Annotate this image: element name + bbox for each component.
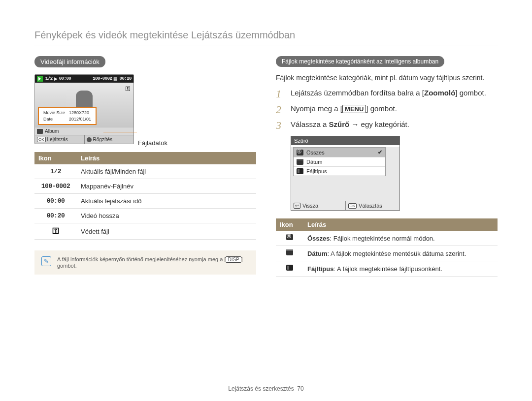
filter-item-filetype[interactable]: Fájltípus <box>294 167 385 176</box>
steps-list: Lejátszás üzemmódban fordítsa balra a [Z… <box>276 89 498 131</box>
icon-description-table-left: Ikon Leírás 1/2 Aktuális fájl/Minden fáj… <box>34 152 256 240</box>
player-top-bar: 1/2 ▶ 00:00 100-0002 ▦ 00:20 <box>35 75 133 83</box>
step-2: Nyomja meg a [MENU] gombot. <box>276 104 498 115</box>
check-icon: ✔ <box>378 149 382 155</box>
icon-description-table-right: Ikon Leírás Összes: Fájlok megtekintése … <box>276 218 498 277</box>
row-desc: Videó hossza <box>77 209 256 223</box>
callout-line <box>103 132 137 132</box>
table-row: 00:00 Aktuális lejátszási idő <box>34 194 256 209</box>
video-player-mockup: 1/2 ▶ 00:00 100-0002 ▦ 00:20 ⚿ <box>34 74 134 144</box>
info-key-date: Date <box>42 117 66 122</box>
play-label: Lejátszás <box>47 137 68 142</box>
table-row: ⚿ Védett fájl <box>34 223 256 240</box>
page-title: Fényképek és videók megtekintése Lejátsz… <box>34 30 498 45</box>
th-desc: Leírás <box>77 152 256 164</box>
step-text: ] gombot. <box>366 104 397 113</box>
row-icon: 00:20 <box>34 209 77 223</box>
film-icon: ▦ <box>113 76 118 81</box>
filter-item-date[interactable]: Dátum <box>294 157 385 167</box>
table-row: Dátum: A fájlok megtekintése mentésük dá… <box>276 246 498 261</box>
section-chip-video-info: Videofájl információk <box>34 56 105 67</box>
step-bold: Zoomoló <box>424 89 455 97</box>
filter-item-label: Fájltípus <box>306 168 327 174</box>
filter-panel-title: Szűrő <box>291 136 399 145</box>
callout-label: Fájladatok <box>138 139 167 147</box>
row-bold: Dátum <box>307 250 327 257</box>
menu-button-label: MENU <box>342 105 366 113</box>
table-row: Összes: Fájlok megtekintése normál módon… <box>276 231 498 246</box>
player-control-bar: OK Lejátszás Rögzítés <box>35 135 133 144</box>
calendar-icon <box>297 159 303 165</box>
info-note-text: A fájl információk képernyőn történő meg… <box>57 256 249 269</box>
row-icon: 00:00 <box>34 194 77 209</box>
table-row: Fájltípus: A fájlok megtekintése fájltíp… <box>276 261 498 277</box>
note-pre: A fájl információk képernyőn történő meg… <box>57 256 226 262</box>
back-icon: ↩ <box>294 203 300 209</box>
row-text: : A fájlok megtekintése mentésük dátuma … <box>327 250 466 257</box>
file-info-box: Movie Size 1280X720 Date 2012/01/01 <box>38 107 97 125</box>
step-text: Lejátszás üzemmódban fordítsa balra a [ <box>291 89 424 97</box>
row-desc: Összes: Fájlok megtekintése normál módon… <box>303 231 498 246</box>
row-desc: Mappanév-Fájlnév <box>77 179 256 194</box>
step-bold: Szűrő <box>329 120 350 128</box>
filter-list: Összes ✔ Dátum Fájltípus <box>293 147 386 176</box>
step-text: ] gombot. <box>455 89 486 97</box>
step-3: Válassza a Szűrő → egy kategóriát. <box>276 120 498 131</box>
intro-text: Fájlok megtekintése kategóriák, mint pl.… <box>276 74 498 82</box>
flower-icon <box>87 137 92 142</box>
filetype-icon <box>286 265 293 271</box>
info-note: ✎ A fájl információk képernyőn történő m… <box>34 250 256 275</box>
disp-button-label: DISP <box>226 256 241 263</box>
section-chip-smart-album: Fájlok megtekintése kategóriánként az In… <box>276 56 444 67</box>
filetype-icon <box>297 168 303 174</box>
filter-item-label: Dátum <box>306 159 322 165</box>
step-text: Válassza a <box>291 120 329 128</box>
filter-item-all[interactable]: Összes ✔ <box>294 148 385 157</box>
step-text: Nyomja meg a [ <box>291 104 342 113</box>
row-desc: Fájltípus: A fájlok megtekintése fájltíp… <box>303 261 498 277</box>
th-desc: Leírás <box>303 218 498 231</box>
info-note-icon: ✎ <box>41 256 51 266</box>
all-icon <box>286 234 293 240</box>
file-number: 100-0002 <box>93 76 112 81</box>
select-label: Választás <box>359 203 382 209</box>
clock-icon: ▶ <box>54 76 58 81</box>
row-icon <box>276 231 303 246</box>
player-body: ⚿ Movie Size 1280X720 Date 2012/01/0 <box>35 83 133 127</box>
capture-label: Rögzítés <box>93 137 112 142</box>
info-val-date: 2012/01/01 <box>67 117 93 122</box>
footer-page: 70 <box>297 385 303 392</box>
row-desc: Aktuális lejátszási idő <box>77 194 256 209</box>
row-desc: Aktuális fájl/Minden fájl <box>77 164 256 179</box>
filter-panel-footer: ↩ Vissza OK Választás <box>291 201 399 210</box>
row-icon <box>276 261 303 277</box>
filter-item-label: Összes <box>306 150 325 155</box>
row-bold: Összes <box>307 235 330 242</box>
lock-icon: ⚿ <box>125 86 131 92</box>
play-icon <box>37 76 43 82</box>
table-row: 1/2 Aktuális fájl/Minden fájl <box>34 164 256 179</box>
album-icon <box>37 129 43 134</box>
elapsed: 00:00 <box>59 76 71 81</box>
filter-panel-mockup: Szűrő Összes ✔ Dátum <box>291 136 400 211</box>
info-key-size: Movie Size <box>42 110 66 116</box>
th-icon: Ikon <box>276 218 303 231</box>
ok-key-icon: OK <box>37 137 46 142</box>
info-val-size: 1280X720 <box>67 110 93 116</box>
row-desc: Dátum: A fájlok megtekintése mentésük dá… <box>303 246 498 261</box>
ok-key-icon: OK <box>348 203 357 209</box>
total-time: 00:20 <box>119 76 132 81</box>
row-desc: Védett fájl <box>77 223 256 240</box>
row-bold: Fájltípus <box>307 265 333 273</box>
right-column: Fájlok megtekintése kategóriánként az In… <box>276 56 498 277</box>
row-icon: 100-0002 <box>34 179 77 194</box>
calendar-icon <box>286 249 293 255</box>
table-row: 100-0002 Mappanév-Fájlnév <box>34 179 256 194</box>
step-1: Lejátszás üzemmódban fordítsa balra a [Z… <box>276 89 498 99</box>
counter: 1/2 <box>45 76 53 81</box>
all-icon <box>297 150 303 155</box>
row-text: : A fájlok megtekintése fájltípusonként. <box>333 265 442 273</box>
row-icon: ⚿ <box>34 223 77 240</box>
player-album-row: Album <box>35 127 133 135</box>
table-row: 00:20 Videó hossza <box>34 209 256 223</box>
